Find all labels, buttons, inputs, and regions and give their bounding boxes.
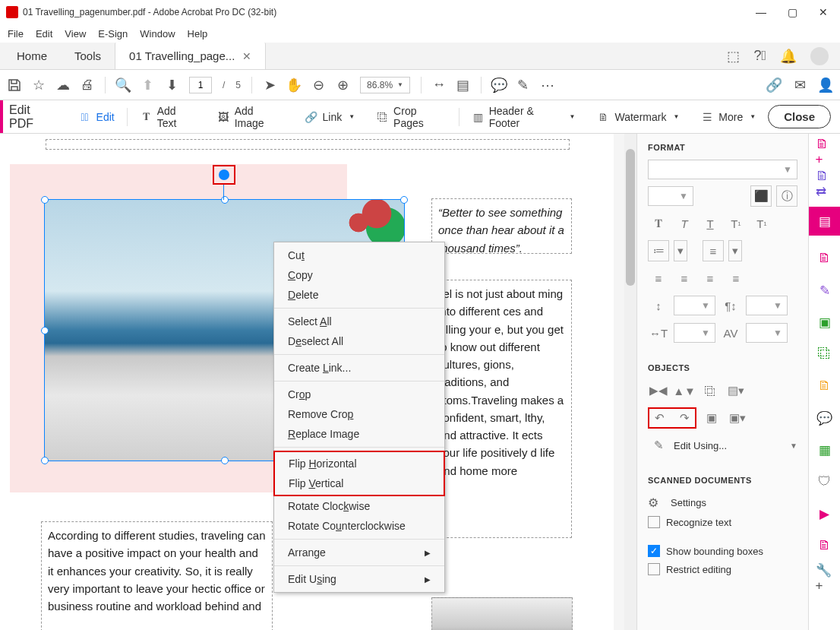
pointer-icon[interactable]: ➤ [263,78,276,92]
restrict-checkbox[interactable] [648,563,660,575]
number-list-more[interactable]: ▾ [728,240,742,261]
font-family-dropdown[interactable]: ▼ [648,160,797,179]
tab-tools[interactable]: Tools [61,43,115,69]
prev-page-icon[interactable]: ⬆ [141,78,154,92]
resize-handle-tm[interactable] [221,196,229,204]
zoom-in-icon[interactable]: ⊕ [336,78,349,92]
vertical-scrollbar[interactable] [624,134,636,630]
context-copy[interactable]: Copy [274,265,444,285]
rail-sign-icon[interactable]: ✎ [816,281,834,299]
menu-esign[interactable]: E-Sign [98,28,128,40]
paragraph-spacing-dropdown[interactable]: ▼ [746,296,788,315]
link-tool-icon[interactable]: 🔗 [767,78,781,92]
edit-tool[interactable]: ✎⃞Edit [69,100,124,133]
context-arrange[interactable]: Arrange▶ [274,543,444,562]
context-deselect-all[interactable]: Deselect All [274,331,444,351]
context-flip-horizontal[interactable]: Flip Horizontal [275,454,444,473]
rotation-handle-highlight[interactable] [213,165,235,185]
underline-icon[interactable]: T [699,213,721,234]
bounding-checkbox[interactable]: ✓ [648,545,660,557]
minimize-button[interactable]: — [756,6,766,18]
number-list-icon[interactable]: ≡ [703,240,724,261]
tab-home[interactable]: Home [3,43,61,69]
rail-organize-icon[interactable]: ▣ [816,313,834,331]
zoom-dropdown[interactable]: 86.8%▼ [360,77,410,93]
context-cut[interactable]: Cut [274,245,444,265]
body-text-block[interactable]: vel is not just about ming into differen… [431,280,572,538]
arrange-front-icon[interactable]: ▣ [701,407,722,429]
menu-edit[interactable]: Edit [36,28,52,40]
horizontal-scale-dropdown[interactable]: ▼ [674,323,715,343]
crop-object-icon[interactable]: ⿻ [699,380,721,401]
font-size-dropdown[interactable]: ▼ [648,186,693,206]
document-canvas[interactable]: “Better to see something once than hear … [0,134,636,630]
mountain-image[interactable] [431,597,573,630]
resize-handle-ml[interactable] [41,327,49,334]
align-left-icon[interactable]: ≡ [648,268,669,289]
menu-view[interactable]: View [65,28,86,40]
context-select-all[interactable]: Select All [274,312,444,331]
context-delete[interactable]: Delete [274,285,444,305]
fit-width-icon[interactable]: ↔ [432,78,446,92]
arrange-back-icon[interactable]: ▣▾ [727,407,748,429]
align-justify-icon[interactable]: ≡ [725,268,747,289]
align-right-icon[interactable]: ≡ [699,268,721,289]
char-spacing-dropdown[interactable]: ▼ [746,323,788,343]
quote-text-block[interactable]: “Better to see something once than hear … [431,198,572,254]
add-image-tool[interactable]: 🖼Add Image [208,100,292,133]
next-page-icon[interactable]: ⬇ [165,78,178,92]
resize-handle-tl[interactable] [41,196,49,204]
subscript-icon[interactable]: T1 [751,213,772,234]
zoom-out-icon[interactable]: ⊖ [311,78,325,92]
context-rotate-counterclockwise[interactable]: Rotate Counterclockwise [274,516,444,536]
line-spacing-icon[interactable]: ↕ [648,295,669,316]
edit-using-label[interactable]: Edit Using... [674,440,785,451]
share-icon[interactable]: ⬚ [727,48,740,65]
resize-handle-bl[interactable] [41,457,49,464]
page-display-icon[interactable]: ▤ [456,78,470,92]
paragraph-spacing-icon[interactable]: ¶↕ [720,295,741,316]
rotate-cw-icon[interactable]: ↷ [680,411,690,425]
context-remove-crop[interactable]: Remove Crop [274,404,444,424]
show-bounding-row[interactable]: ✓ Show bounding boxes [648,542,797,560]
rail-edit-pdf-icon[interactable]: ▤ [809,207,841,236]
more-tools-icon[interactable]: ⋯ [541,78,554,92]
bullet-list-icon[interactable]: ≔ [648,240,669,261]
flip-horizontal-icon[interactable]: ▶◀ [648,380,669,401]
context-rotate-clockwise[interactable]: Rotate Clockwise [274,496,444,516]
bottom-text-block[interactable]: According to different studies, travelin… [41,521,273,630]
page-number-input[interactable] [189,77,212,93]
hand-icon[interactable]: ✋ [287,78,301,92]
menu-help[interactable]: Help [188,28,208,40]
horizontal-scale-icon[interactable]: ↔T [648,322,669,343]
crop-tool[interactable]: ⿻Crop Pages [367,100,456,133]
rotate-ccw-icon[interactable]: ↶ [655,411,665,425]
rail-scan-icon[interactable]: ▦ [816,441,834,459]
resize-handle-tr[interactable] [400,196,408,204]
rail-comment-icon[interactable]: 💬 [816,409,834,427]
comment-icon[interactable]: 💬 [492,78,506,92]
context-replace-image[interactable]: Replace Image [274,424,444,444]
help-icon[interactable]: ?⃝ [753,48,766,64]
highlight-icon[interactable]: ✎ [516,78,530,92]
recognize-text-row[interactable]: Recognize text [648,513,797,531]
print-icon[interactable]: 🖨 [81,78,94,92]
close-editpdf-button[interactable]: Close [768,105,831,128]
save-icon[interactable] [8,78,21,92]
add-text-tool[interactable]: 𝐓Add Text [131,100,205,133]
tab-close-button[interactable]: ✕ [242,50,251,62]
restrict-editing-row[interactable]: Restrict editing [648,560,797,578]
context-edit-using[interactable]: Edit Using▶ [274,569,444,589]
find-icon[interactable]: 🔍 [116,78,130,92]
flip-vertical-icon[interactable]: ▲▼ [674,380,695,401]
watermark-tool[interactable]: 🗎Watermark▼ [587,100,688,133]
line-spacing-dropdown[interactable]: ▼ [674,296,715,315]
rail-combine-icon[interactable]: 🗎⇄ [816,175,834,193]
italic-icon[interactable]: T [674,213,695,234]
rail-export-icon[interactable]: 🗎 [816,249,834,268]
menu-file[interactable]: File [8,28,24,40]
bold-icon[interactable]: 𝐓 [648,213,669,234]
star-icon[interactable]: ☆ [32,78,46,92]
text-info-button[interactable]: ⓘ [776,185,797,207]
rail-compress-icon[interactable]: ⿻ [816,345,834,363]
